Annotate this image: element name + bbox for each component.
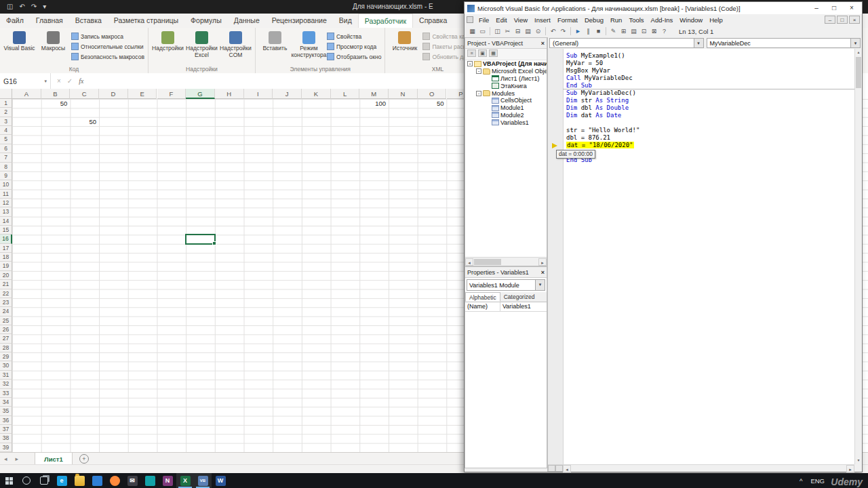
project-tree-item-6[interactable]: Module1	[465, 104, 547, 112]
ribbon-tab-3[interactable]: Разметка страницы	[108, 14, 184, 28]
ribbon-tab-2[interactable]: Вставка	[69, 14, 108, 28]
customize-icon[interactable]: ▾	[43, 0, 46, 14]
menu-view[interactable]: View	[511, 16, 531, 24]
column-header-A[interactable]: A	[12, 89, 41, 99]
design-mode-icon[interactable]: ✎	[608, 26, 618, 36]
project-tree-item-0[interactable]: -VBAProject (Для начин	[465, 60, 547, 68]
undo-icon[interactable]: ↶	[548, 26, 558, 36]
close-button[interactable]: ×	[843, 2, 861, 14]
row-header-25[interactable]: 25	[0, 317, 12, 325]
ribbon-big-button-1-2[interactable]: Надстройки COM	[220, 29, 252, 59]
row-header-37[interactable]: 37	[0, 425, 12, 434]
taskbar-app-edge[interactable]: e	[53, 473, 71, 488]
code-vscrollbar[interactable]: ▴ ▾	[854, 49, 862, 464]
language-indicator[interactable]: ENG	[810, 477, 825, 485]
code-line-13[interactable]: dat = "18/06/2020"	[566, 142, 854, 149]
column-header-N[interactable]: N	[389, 89, 418, 99]
margin-indicator-bar[interactable]	[548, 49, 564, 464]
cut-icon[interactable]: ✂	[502, 26, 513, 36]
toggle-folders-icon[interactable]: ▦	[489, 49, 498, 57]
menu-run[interactable]: Run	[607, 16, 625, 24]
tree-expand-icon[interactable]: -	[476, 91, 481, 96]
sheet-nav-left-icon[interactable]: ◂	[0, 453, 12, 465]
project-tree-item-2[interactable]: Лист1 (Лист1)	[465, 75, 547, 83]
project-tree-item-1[interactable]: -Microsoft Excel Objects	[465, 68, 547, 75]
row-header-13[interactable]: 13	[0, 207, 12, 216]
scrollbar-thumb[interactable]	[474, 259, 501, 265]
ribbon-big-button-0-1[interactable]: Макросы	[37, 29, 69, 52]
start-button[interactable]	[0, 473, 18, 488]
project-tree-item-8[interactable]: Variables1	[465, 119, 547, 126]
row-header-34[interactable]: 34	[0, 398, 12, 407]
row-header-14[interactable]: 14	[0, 217, 12, 226]
row-header-23[interactable]: 23	[0, 298, 12, 307]
taskbar-app-word[interactable]: W	[212, 473, 229, 488]
row-header-11[interactable]: 11	[0, 190, 12, 199]
ribbon-tab-6[interactable]: Рецензирование	[266, 14, 333, 28]
ribbon-tab-0[interactable]: Файл	[0, 14, 30, 28]
ribbon-big-button-0-0[interactable]: Visual Basic	[3, 29, 35, 52]
code-hscrollbar[interactable]: ◂ ▸	[548, 464, 854, 472]
save-icon[interactable]: ◫	[7, 0, 13, 14]
find-icon[interactable]: ⊙	[533, 26, 543, 36]
row-header-19[interactable]: 19	[0, 262, 12, 270]
properties-tab-categorized[interactable]: Categorized	[500, 292, 538, 302]
tree-expand-icon[interactable]: -	[467, 61, 473, 66]
code-editor[interactable]: Sub MyExample1()MyVar = 50MsgBox MyVarCa…	[548, 49, 854, 464]
ribbon-small-button-0-1[interactable]: Относительные ссылки	[71, 43, 144, 50]
view-object-icon[interactable]: ▣	[478, 49, 487, 57]
ribbon-tab-7[interactable]: Вид	[333, 14, 358, 28]
row-header-12[interactable]: 12	[0, 199, 12, 207]
row-header-3[interactable]: 3	[0, 117, 12, 126]
row-header-29[interactable]: 29	[0, 352, 12, 361]
code-lines[interactable]: Sub MyExample1()MyVar = 50MsgBox MyVarCa…	[563, 49, 854, 464]
property-row-0[interactable]: (Name)Variables1	[465, 302, 547, 312]
ribbon-big-button-2-0[interactable]: Вставить	[259, 29, 291, 52]
row-header-16[interactable]: 16	[0, 235, 12, 243]
taskbar-app-file-explorer[interactable]	[71, 473, 88, 488]
properties-tab-alphabetic[interactable]: Alphabetic	[465, 292, 500, 302]
view-code-icon[interactable]: ≡	[467, 49, 476, 57]
menu-window[interactable]: Window	[676, 16, 706, 24]
child-minimize-button[interactable]: –	[825, 16, 835, 24]
maximize-button[interactable]: □	[825, 2, 843, 14]
ribbon-tab-4[interactable]: Формулы	[184, 14, 228, 28]
scroll-left-icon[interactable]: ◂	[563, 465, 571, 472]
project-tree-item-7[interactable]: Module2	[465, 112, 547, 119]
column-header-K[interactable]: K	[302, 89, 331, 99]
menu-file[interactable]: File	[475, 16, 492, 24]
split-view-button[interactable]	[548, 465, 555, 472]
row-header-36[interactable]: 36	[0, 416, 12, 425]
tree-expand-icon[interactable]: -	[476, 68, 481, 74]
row-header-8[interactable]: 8	[0, 163, 12, 171]
row-header-38[interactable]: 38	[0, 434, 12, 443]
toolbox-icon[interactable]: ⊠	[649, 26, 659, 36]
row-header-7[interactable]: 7	[0, 153, 12, 162]
row-header-2[interactable]: 2	[0, 108, 12, 117]
taskbar-app-vba[interactable]: VB	[194, 473, 212, 488]
save-icon[interactable]: ◫	[492, 26, 502, 36]
scroll-right-icon[interactable]: ▸	[846, 465, 854, 472]
code-line-1[interactable]: Sub MyExample1()	[566, 52, 854, 60]
copy-icon[interactable]: ⊟	[513, 26, 523, 36]
object-dropdown[interactable]: (General) ▾	[549, 38, 704, 48]
property-value[interactable]: Variables1	[500, 302, 547, 311]
code-line-8[interactable]: Dim dbl As Double	[566, 104, 854, 112]
row-header-6[interactable]: 6	[0, 144, 12, 153]
code-line-7[interactable]: Dim str As String	[566, 97, 854, 104]
redo-icon[interactable]: ↷	[31, 0, 37, 14]
row-header-4[interactable]: 4	[0, 126, 12, 135]
row-header-30[interactable]: 30	[0, 361, 12, 370]
row-header-9[interactable]: 9	[0, 171, 12, 180]
ribbon-tab-8[interactable]: Разработчик	[358, 14, 413, 28]
column-header-O[interactable]: O	[418, 89, 447, 99]
row-header-5[interactable]: 5	[0, 135, 12, 144]
scroll-up-icon[interactable]: ▴	[855, 49, 862, 56]
full-view-button[interactable]	[555, 465, 563, 472]
chevron-down-icon[interactable]: ▾	[535, 280, 545, 290]
cancel-icon[interactable]: ×	[57, 77, 61, 85]
ribbon-big-button-2-1[interactable]: Режим конструктора	[293, 29, 325, 59]
row-header-27[interactable]: 27	[0, 334, 12, 343]
ribbon-small-button-2-2[interactable]: Отобразить окно	[327, 53, 382, 60]
column-header-E[interactable]: E	[128, 89, 157, 99]
